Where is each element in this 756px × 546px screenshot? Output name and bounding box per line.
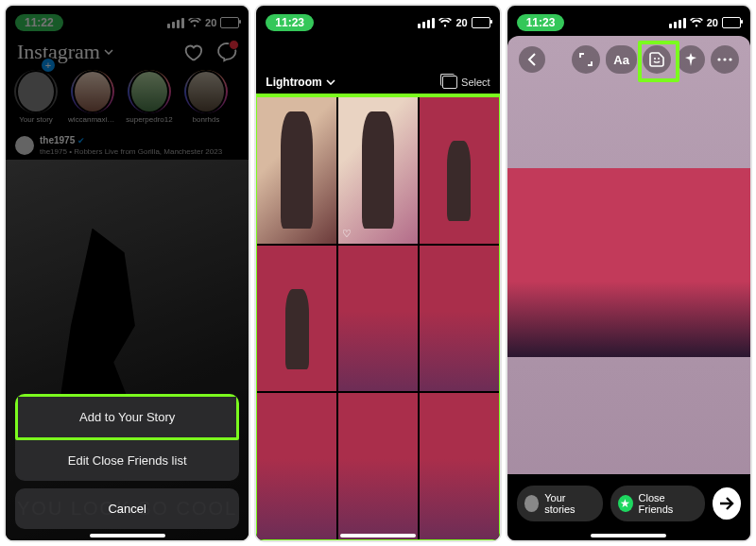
battery-pct: 20 xyxy=(707,17,718,28)
close-friends-chip[interactable]: ★ Close Friends xyxy=(610,486,705,521)
person-shape xyxy=(447,141,471,221)
home-indicator[interactable] xyxy=(591,534,666,537)
arrow-right-icon xyxy=(719,497,734,510)
battery-pct: 20 xyxy=(455,17,467,28)
album-picker[interactable]: Lightroom xyxy=(266,76,335,89)
crowd-shape xyxy=(261,464,334,531)
crowd-shape xyxy=(341,464,414,531)
close-friends-star-icon: ★ xyxy=(618,495,633,512)
person-shape xyxy=(281,111,313,229)
highlight-box xyxy=(638,41,679,82)
person-shape xyxy=(285,289,309,369)
crowd-shape xyxy=(422,464,495,531)
status-time: 11:23 xyxy=(517,14,565,31)
expand-icon xyxy=(579,53,593,66)
photo-thumbnail[interactable] xyxy=(419,96,500,245)
svg-point-2 xyxy=(717,58,720,60)
battery-icon xyxy=(722,17,741,28)
status-bar: 11:23 20 xyxy=(507,6,750,36)
chevron-down-icon xyxy=(326,79,335,85)
home-indicator[interactable] xyxy=(90,534,165,537)
your-stories-chip[interactable]: Your stories xyxy=(517,486,603,521)
wifi-icon xyxy=(690,18,703,27)
cellular-icon xyxy=(669,18,686,28)
action-sheet: Add to Your Story Edit Close Friends lis… xyxy=(15,394,239,529)
multi-select-icon xyxy=(442,76,457,89)
album-name: Lightroom xyxy=(266,76,321,89)
action-sheet-group: Add to Your Story Edit Close Friends lis… xyxy=(15,394,239,481)
panel-2-photo-picker: 11:23 20 Lightroom Select ♡ xyxy=(254,4,501,542)
editor-tools: Aa xyxy=(572,45,739,74)
crowd-shape xyxy=(341,316,414,383)
crowd-shape xyxy=(517,210,741,338)
sticker-tool-wrap xyxy=(643,45,671,74)
back-button[interactable] xyxy=(519,46,545,73)
photo-thumbnail[interactable] xyxy=(256,96,337,245)
album-bar: Lightroom Select xyxy=(256,68,499,96)
spacer xyxy=(256,36,499,68)
photo-thumbnail[interactable] xyxy=(419,392,500,540)
select-label: Select xyxy=(461,77,490,88)
edit-close-friends-button[interactable]: Edit Close Friends list xyxy=(15,440,239,481)
wifi-icon xyxy=(438,18,452,27)
home-indicator[interactable] xyxy=(340,534,416,537)
photo-thumbnail[interactable]: ♡ xyxy=(337,96,419,245)
status-right: 20 xyxy=(669,17,741,28)
cellular-icon xyxy=(418,18,435,28)
add-to-story-button[interactable]: Add to Your Story xyxy=(15,394,239,440)
editor-toolbar: Aa xyxy=(507,36,750,83)
chip-label: Your stories xyxy=(544,492,592,515)
select-multiple-button[interactable]: Select xyxy=(442,76,490,89)
photo-thumbnail[interactable] xyxy=(419,245,500,393)
more-icon xyxy=(717,58,732,61)
photo-thumbnail[interactable] xyxy=(256,392,337,540)
svg-point-3 xyxy=(723,58,726,60)
avatar xyxy=(524,495,540,512)
more-tool[interactable] xyxy=(711,45,739,74)
crowd-shape xyxy=(422,316,495,383)
photo-grid-container: ♡ xyxy=(256,96,499,540)
crop-tool[interactable] xyxy=(572,45,600,74)
photo-thumbnail[interactable] xyxy=(256,245,337,393)
chip-label: Close Friends xyxy=(639,492,695,515)
chevron-left-icon xyxy=(527,53,537,66)
photo-thumbnail[interactable] xyxy=(337,392,419,540)
battery-icon xyxy=(472,17,490,28)
status-right: 20 xyxy=(418,17,490,28)
photo-grid[interactable]: ♡ xyxy=(256,96,499,540)
status-time: 11:23 xyxy=(266,14,314,31)
share-bar: Your stories ★ Close Friends xyxy=(507,474,750,540)
photo-thumbnail[interactable] xyxy=(337,245,419,393)
story-editor-canvas[interactable]: Aa xyxy=(507,36,750,540)
person-shape xyxy=(362,111,394,229)
panel-3-story-editor: 11:23 20 Aa xyxy=(506,4,752,542)
tutorial-triptych: 11:22 20 Instagram xyxy=(0,0,756,546)
svg-point-4 xyxy=(729,58,731,60)
story-photo[interactable] xyxy=(507,168,750,357)
sparkle-icon xyxy=(684,53,697,66)
cancel-button[interactable]: Cancel xyxy=(15,488,239,529)
text-tool[interactable]: Aa xyxy=(606,45,637,74)
send-button[interactable] xyxy=(713,487,741,520)
favorite-icon: ♡ xyxy=(342,228,352,240)
status-bar: 11:23 20 xyxy=(256,6,499,36)
effects-tool[interactable] xyxy=(677,45,705,74)
panel-1-instagram-feed: 11:22 20 Instagram xyxy=(4,4,250,542)
